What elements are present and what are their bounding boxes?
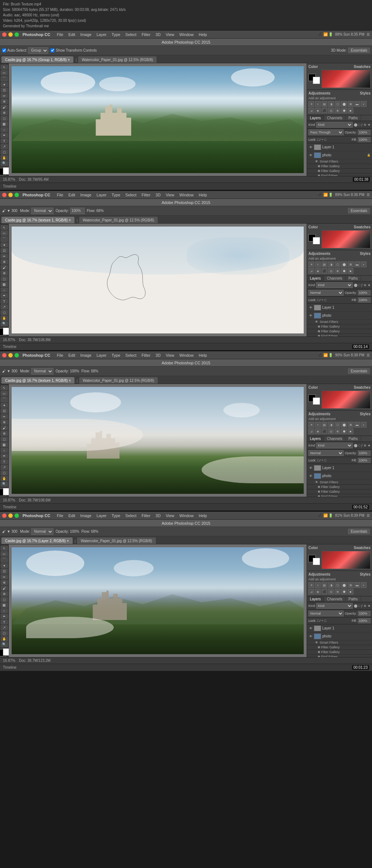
tool-pen-3[interactable]: ✒ [1, 453, 8, 458]
tool-zoom[interactable]: 🔍 [1, 161, 8, 166]
tool-path-select-3[interactable]: ↗ [1, 465, 8, 469]
adj-b2[interactable]: ☀ [308, 261, 314, 267]
tool-type-3[interactable]: T [1, 459, 8, 464]
tool-magic-wand-2[interactable]: ✦ [1, 243, 8, 247]
adj-cm2[interactable]: ⊞ [348, 261, 353, 267]
eye-sf-2[interactable]: 👁 [314, 320, 319, 324]
tool-clone[interactable]: ⊗ [1, 110, 8, 115]
menu-type-2[interactable]: Type [109, 192, 122, 198]
menu-3d-4[interactable]: 3D [153, 513, 163, 519]
menu-type-1[interactable]: Type [109, 32, 122, 37]
menu-file-3[interactable]: File [54, 352, 65, 358]
minimize-button-4[interactable] [8, 513, 13, 518]
adj-b3[interactable]: ☀ [308, 422, 314, 428]
smart-filters-2[interactable]: 👁 Smart Filters [307, 320, 372, 324]
adj-ex4[interactable]: ◎ [328, 589, 334, 595]
kind-filter-4[interactable]: Kind [316, 603, 353, 609]
tool-eraser-3[interactable]: ◻ [1, 437, 8, 441]
minimize-button-1[interactable] [8, 32, 13, 37]
adj-vi4[interactable]: ◈ [315, 589, 321, 595]
brush-mode-select[interactable]: Normal [31, 208, 53, 214]
blend-mode-select-1[interactable]: Pass Through [308, 129, 344, 135]
adj-cb4[interactable]: ⬡ [335, 582, 340, 588]
adj-levels[interactable]: ▤ [322, 101, 327, 107]
eye-sf-4[interactable]: 👁 [314, 641, 319, 644]
blend-mode-select-3[interactable]: Normal [308, 450, 344, 456]
menu-window-2[interactable]: Window [177, 192, 196, 198]
close-button-3[interactable] [2, 353, 7, 357]
brush-mode-select-4[interactable]: Normal [31, 528, 53, 535]
tool-shape-2[interactable]: ⬡ [1, 310, 8, 315]
tool-pen[interactable]: ✒ [1, 133, 8, 137]
bg-mini-3[interactable] [313, 397, 320, 405]
menu-3d-1[interactable]: 3D [153, 32, 163, 37]
kind-filter-3[interactable]: Kind [316, 443, 353, 448]
adj-sc3[interactable]: ⬢ [341, 428, 347, 434]
adj-cm3[interactable]: ⊞ [348, 422, 353, 428]
fill-input-3[interactable] [358, 458, 371, 463]
tool-path-select-2[interactable]: ↗ [1, 304, 8, 309]
adj-l4[interactable]: ▤ [322, 582, 327, 588]
tool-hand-3[interactable]: ✋ [1, 476, 8, 481]
filter-gallery-4a[interactable]: Filter Gallery [307, 645, 372, 650]
tool-dodge[interactable]: ○ [1, 127, 8, 132]
tab-castle-4[interactable]: Castle.jpg @ 16.7% (Layer 2, RGB/8) × [1, 537, 73, 544]
find-edges-2[interactable]: Find Edges [307, 334, 372, 336]
opacity-opt-input[interactable] [70, 208, 85, 214]
find-edges-4[interactable]: Find Edges [307, 655, 372, 657]
close-button-1[interactable] [2, 32, 7, 37]
tool-eraser[interactable]: ◻ [1, 116, 8, 121]
adj-hsl[interactable]: ◑ [328, 101, 334, 107]
opacity-input-3[interactable] [358, 451, 371, 456]
eye-layer1-4[interactable]: 👁 [308, 627, 313, 630]
tool-dodge-2[interactable]: ○ [1, 288, 8, 292]
layer-item-photo-2[interactable]: 👁 photo [307, 312, 372, 320]
layer-item-layer1-1[interactable]: 👁 Layer 1 [307, 143, 372, 151]
menu-help-1[interactable]: Help [197, 32, 209, 37]
filter-gallery-1a[interactable]: Filter Gallery [307, 164, 372, 169]
adj-so2[interactable]: ■ [348, 268, 353, 274]
tool-brush-2[interactable]: 🖌 [1, 265, 8, 270]
layer-item-layer1-2[interactable]: 👁 Layer 1 [307, 304, 372, 312]
adj-c2[interactable]: ≈ [315, 261, 321, 267]
menu-help-2[interactable]: Help [197, 192, 209, 198]
menu-filter-4[interactable]: Filter [140, 513, 153, 519]
tool-lasso[interactable]: ⌒ [1, 76, 8, 81]
tool-shape[interactable]: ⬡ [1, 150, 8, 155]
tool-dodge-3[interactable]: ○ [1, 448, 8, 453]
minimize-button-2[interactable] [8, 193, 13, 197]
adj-in2[interactable]: ⊗ [335, 268, 340, 274]
menu-edit-1[interactable]: Edit [66, 32, 77, 37]
tool-crop-3[interactable]: ⊡ [1, 408, 8, 413]
tool-type-4[interactable]: T [1, 620, 8, 624]
adj-color-balance[interactable]: ⬡ [335, 101, 340, 107]
layers-tab-paths-2[interactable]: Paths [345, 276, 361, 281]
menu-select-3[interactable]: Select [123, 352, 139, 358]
color-gradient-2[interactable] [322, 230, 371, 248]
adj-bw3[interactable]: ⬛ [322, 428, 327, 434]
adj-gm3[interactable]: ▬ [354, 422, 360, 428]
color-gradient-3[interactable] [322, 391, 371, 409]
tab-watercolor-4[interactable]: Watercolor_Paper_01.jpg @ 12.5% (RGB/8) [77, 537, 156, 544]
color-gradient-1[interactable] [322, 70, 371, 88]
adj-so4[interactable]: ■ [348, 589, 353, 595]
adj-sc4[interactable]: ⬢ [341, 589, 347, 595]
layer-item-layer1-3[interactable]: 👁 Layer 1 [307, 464, 372, 472]
tool-move[interactable]: ↖ [1, 65, 8, 69]
menu-layer-1[interactable]: Layer [94, 32, 109, 37]
tab-watercolor-3[interactable]: Watercolor_Paper_01.jpg @ 12.5% (RGB/8) [79, 377, 158, 384]
bg-mini-2[interactable] [313, 237, 320, 244]
adj-po4[interactable]: ▪ [361, 582, 367, 588]
adj-l3[interactable]: ▤ [322, 422, 327, 428]
filter-gallery-1b[interactable]: Filter Gallery [307, 169, 372, 173]
adj-ex3[interactable]: ◎ [328, 428, 334, 434]
eye-photo-1[interactable]: 👁 [308, 153, 313, 157]
adj-vibrance[interactable]: ◈ [315, 108, 321, 113]
tab-castle-1[interactable]: Castle.jpg @ 16.7% (Group 1, RGB/8) × [1, 56, 73, 63]
filter-gallery-3b[interactable]: Filter Gallery [307, 489, 372, 494]
tool-move-3[interactable]: ↖ [1, 385, 8, 390]
tool-gradient-4[interactable]: ▦ [1, 603, 8, 607]
tool-lasso-3[interactable]: ⌒ [1, 397, 8, 402]
menu-edit-4[interactable]: Edit [66, 513, 77, 519]
layers-tab-layers-2[interactable]: Layers [307, 276, 324, 281]
